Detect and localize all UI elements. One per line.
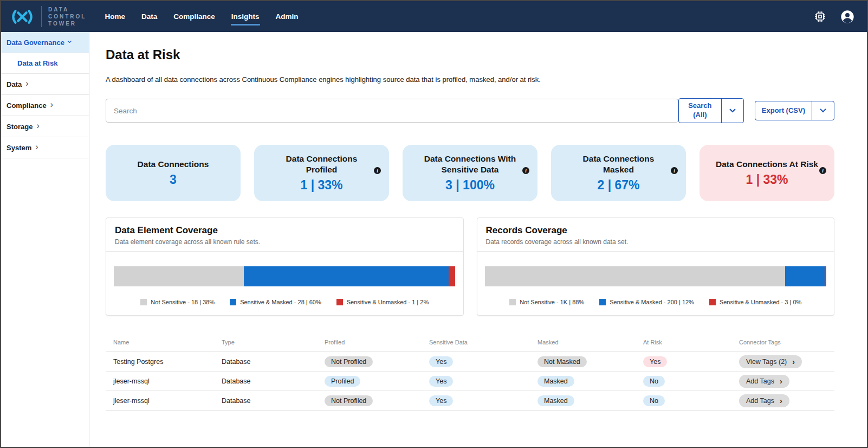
legend-label: Sensitive & Unmasked - 3 | 0% — [720, 299, 801, 305]
panel-records-coverage: Records CoverageData records coverage ac… — [477, 217, 835, 316]
table-row: jleser-mssqlDatabaseProfiledYesMaskedNoA… — [106, 372, 834, 391]
nav-item-compliance[interactable]: Compliance — [173, 12, 215, 21]
info-icon[interactable]: i — [522, 167, 529, 174]
chip-icon[interactable] — [813, 10, 827, 23]
wordmark-line: TOWER — [48, 20, 86, 27]
chart-legend: Not Sensitive - 18 | 38%Sensitive & Mask… — [114, 299, 456, 310]
search-button[interactable]: Search (All) — [678, 98, 744, 123]
sidebar-item-storage[interactable]: Storage› — [1, 116, 89, 137]
search-options-caret[interactable] — [721, 99, 743, 123]
sidebar-item-label: System — [7, 144, 31, 152]
account-icon[interactable] — [840, 9, 855, 24]
toolbar: Search (All) Export (CSV) — [106, 98, 834, 123]
coverage-panels: Data Element CoverageData element covera… — [106, 217, 834, 316]
legend-swatch — [509, 299, 516, 305]
wordmark-line: DATA — [48, 6, 86, 13]
legend-swatch — [230, 299, 236, 305]
legend-item-not-sensitive: Not Sensitive - 1K | 88% — [509, 299, 584, 305]
chevron-right-icon: › — [35, 143, 38, 151]
chevron-right-icon: › — [36, 121, 39, 130]
column-header-at-risk: At Risk — [643, 339, 739, 345]
column-header-type: Type — [222, 339, 325, 345]
chart-legend: Not Sensitive - 1K | 88%Sensitive & Mask… — [485, 299, 827, 310]
tag-button-label: View Tags (2) — [746, 358, 787, 366]
sidebar-item-label: Data at Risk — [17, 59, 57, 67]
delphix-logo-icon — [9, 7, 36, 27]
page-description: A dashboard of all data connections acro… — [106, 75, 834, 84]
legend-label: Sensitive & Masked - 200 | 12% — [610, 299, 694, 305]
stat-card-title: Data Connections — [138, 159, 209, 170]
legend-item-sensitive-masked: Sensitive & Masked - 28 | 60% — [230, 299, 321, 305]
table-row: jleser-mssqlDatabaseNot ProfiledYesMaske… — [106, 391, 834, 411]
column-header-name: Name — [113, 339, 222, 345]
content-frame: Data Governance›Data at RiskData›Complia… — [1, 32, 867, 447]
info-icon[interactable]: i — [374, 167, 381, 174]
nav-item-admin[interactable]: Admin — [276, 12, 299, 21]
cell-type: Database — [222, 397, 325, 405]
legend-label: Not Sensitive - 18 | 38% — [151, 299, 215, 305]
search-button-label[interactable]: Search (All) — [679, 99, 721, 123]
chevron-right-icon: › — [780, 397, 782, 405]
chevron-right-icon: › — [25, 79, 28, 88]
nav-item-home[interactable]: Home — [105, 12, 125, 21]
connections-table-body: Testing PostgresDatabaseNot ProfiledYesN… — [106, 352, 834, 411]
nav-item-data[interactable]: Data — [141, 12, 157, 21]
nav-item-insights[interactable]: Insights — [231, 12, 260, 21]
column-header-connector-tags: Connector Tags — [739, 339, 834, 345]
sidebar: Data Governance›Data at RiskData›Complia… — [1, 32, 89, 447]
export-button-label[interactable]: Export (CSV) — [755, 101, 812, 120]
primary-nav: HomeDataComplianceInsightsAdmin — [105, 12, 298, 21]
export-options-caret[interactable] — [812, 101, 834, 120]
stat-card-value: 1 | 33% — [746, 172, 788, 187]
legend-swatch — [709, 299, 716, 305]
view-tags-2-button[interactable]: View Tags (2)› — [739, 355, 802, 368]
stat-card-value: 3 — [170, 172, 177, 187]
stat-card-value: 1 | 33% — [300, 178, 342, 193]
masked-status-pill: Masked — [537, 395, 574, 406]
panel-header: Data Element CoverageData element covera… — [106, 218, 463, 252]
sensitive-data-status-pill: Yes — [429, 376, 453, 387]
panel-body: Not Sensitive - 1K | 88%Sensitive & Mask… — [477, 252, 834, 315]
info-icon[interactable]: i — [671, 167, 678, 174]
sidebar-item-data[interactable]: Data› — [1, 74, 89, 95]
search-input[interactable] — [106, 99, 678, 123]
sidebar-item-compliance[interactable]: Compliance› — [1, 95, 89, 116]
bar-segment-sensitive-unmasked — [449, 266, 456, 286]
cell-name: Testing Postgres — [113, 358, 222, 366]
sidebar-item-system[interactable]: System› — [1, 137, 89, 158]
add-tags-button[interactable]: Add Tags› — [739, 394, 789, 407]
sidebar-item-label: Data — [7, 80, 22, 88]
bar-segment-not-sensitive — [485, 266, 786, 286]
legend-swatch — [599, 299, 606, 305]
stat-card-title: Data Connections Profiled — [270, 153, 373, 175]
legend-label: Not Sensitive - 1K | 88% — [520, 299, 584, 305]
stacked-bar — [114, 266, 456, 286]
chevron-right-icon: › — [780, 377, 782, 385]
stat-card-value: 2 | 67% — [597, 178, 639, 193]
legend-swatch — [140, 299, 147, 305]
panel-header: Records CoverageData records coverage ac… — [477, 218, 834, 252]
sidebar-item-data-governance[interactable]: Data Governance› — [1, 32, 89, 53]
column-header-profiled: Profiled — [325, 339, 429, 345]
panel-subtitle: Data records coverage across all known d… — [486, 238, 826, 246]
stat-card-title: Data Connections At Risk — [716, 159, 818, 170]
at-risk-status-pill: Yes — [643, 356, 667, 367]
sidebar-item-label: Storage — [7, 123, 33, 131]
sidebar-item-data-at-risk[interactable]: Data at Risk — [1, 53, 89, 74]
masked-status-pill: Not Masked — [537, 356, 587, 367]
stat-card-data-connections-at-risk: Data Connections At Riski1 | 33% — [699, 145, 834, 201]
at-risk-status-pill: No — [643, 395, 665, 406]
legend-item-sensitive-unmasked: Sensitive & Unmasked - 3 | 0% — [709, 299, 801, 305]
stat-card-value: 3 | 100% — [445, 178, 495, 193]
add-tags-button[interactable]: Add Tags› — [739, 375, 789, 388]
legend-item-sensitive-unmasked: Sensitive & Unmasked - 1 | 2% — [336, 299, 429, 305]
cell-name: jleser-mssql — [113, 377, 222, 385]
stat-card-data-connections-with-sensitive-data: Data Connections With Sensitive Datai3 |… — [403, 145, 537, 201]
sensitive-data-status-pill: Yes — [429, 395, 453, 406]
sensitive-data-status-pill: Yes — [429, 356, 453, 367]
info-icon[interactable]: i — [819, 167, 826, 174]
table-header-row: NameTypeProfiledSensitive DataMaskedAt R… — [106, 333, 834, 352]
table-row: Testing PostgresDatabaseNot ProfiledYesN… — [106, 352, 834, 372]
export-button[interactable]: Export (CSV) — [755, 101, 834, 120]
chevron-down-icon: › — [66, 40, 74, 43]
